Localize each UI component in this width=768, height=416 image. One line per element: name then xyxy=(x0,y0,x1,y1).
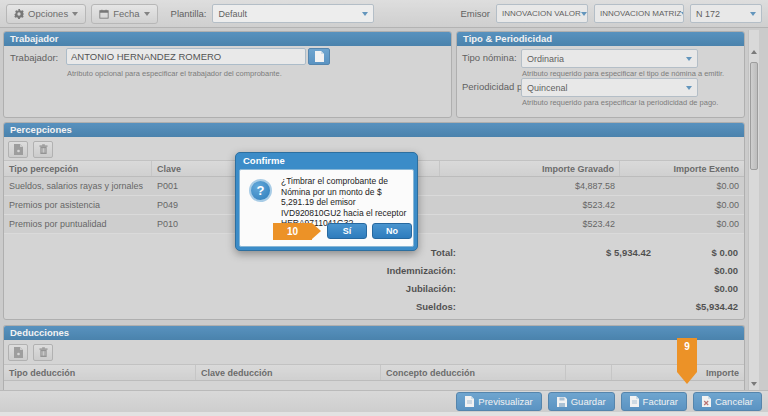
document-icon xyxy=(315,51,324,62)
chevron-down-icon xyxy=(681,12,684,16)
gear-icon xyxy=(14,9,24,19)
footer-toolbar: Previsualizar Guardar Facturar Cancelar xyxy=(0,390,768,412)
jubilacion-label: Jubilación: xyxy=(4,283,456,294)
indemnizacion-label: Indemnización: xyxy=(4,265,456,276)
document-icon xyxy=(14,347,23,358)
trash-icon xyxy=(39,347,48,358)
col-importe-exento[interactable]: Importe Exento xyxy=(620,161,744,176)
cell-clave: P049 xyxy=(152,200,242,210)
chevron-down-icon xyxy=(72,12,78,16)
question-icon: ? xyxy=(249,179,272,202)
sucursal-value: INNOVACION MATRIZ xyxy=(600,9,681,18)
chevron-down-icon xyxy=(144,12,150,16)
cell-clave: P010 xyxy=(152,219,242,229)
percepciones-title: Percepciones xyxy=(4,123,744,137)
cell-gravado: $523.42 xyxy=(440,200,620,210)
guardar-button[interactable]: Guardar xyxy=(548,392,615,411)
scroll-down-icon[interactable] xyxy=(751,382,757,386)
total-exento: $ 0.00 xyxy=(651,247,744,258)
sueldos-label: Sueldos: xyxy=(4,301,456,312)
sueldos-row: Sueldos: $5,934.42 xyxy=(4,297,744,315)
indemnizacion-row: Indemnización: $0.00 xyxy=(4,261,744,279)
cancelar-button[interactable]: Cancelar xyxy=(693,392,762,411)
scroll-up-icon[interactable] xyxy=(751,50,757,54)
cell-tipo: Sueldos, salarios rayas y jornales xyxy=(4,181,152,191)
previsualizar-button[interactable]: Previsualizar xyxy=(456,392,541,411)
chevron-down-icon xyxy=(750,12,756,16)
calendar-icon xyxy=(99,9,109,19)
cell-clave: P001 xyxy=(152,181,242,191)
col-empty[interactable] xyxy=(566,365,612,380)
dialog-message: ¿Timbrar el comprobante de Nómina por un… xyxy=(281,176,408,229)
scrollbar-thumb[interactable] xyxy=(750,62,758,170)
dialog-title: Confirme xyxy=(239,153,414,169)
step-9-annotation-arrow: 9 xyxy=(677,338,697,372)
emisor-label: Emisor xyxy=(460,8,490,19)
top-toolbar: Opciones Fecha Plantilla: Default Emisor… xyxy=(0,0,768,28)
vertical-scrollbar[interactable] xyxy=(748,30,759,390)
plantilla-value: Default xyxy=(218,9,247,19)
tipo-periodicidad-title: Tipo & Periodicidad xyxy=(457,32,744,46)
serie-select[interactable]: N 172 xyxy=(690,4,762,23)
trabajador-field-label: Trabajador: xyxy=(10,52,58,63)
fecha-label: Fecha xyxy=(113,8,139,19)
plantilla-select[interactable]: Default xyxy=(212,4,374,23)
chevron-down-icon xyxy=(686,57,692,61)
serie-value: N 172 xyxy=(696,9,720,19)
cell-gravado: $523.42 xyxy=(440,219,620,229)
sueldos-valor: $5,934.42 xyxy=(651,301,744,312)
tipo-nomina-helper: Atributo requerido para especificar el t… xyxy=(522,69,724,78)
cell-tipo: Premios por asistencia xyxy=(4,200,152,210)
cell-exento: $0.00 xyxy=(620,181,744,191)
save-icon xyxy=(557,397,567,407)
opciones-button[interactable]: Opciones xyxy=(6,4,86,24)
col-concepto-deduccion[interactable]: Concepto deducción xyxy=(381,365,566,380)
periodicidad-select[interactable]: Quincenal xyxy=(521,78,698,97)
cell-exento: $0.00 xyxy=(620,219,744,229)
trabajador-panel-title: Trabajador xyxy=(4,32,451,46)
step-10-annotation-arrow: 10 xyxy=(273,223,312,240)
fecha-button[interactable]: Fecha xyxy=(91,4,157,24)
deducciones-panel: Deducciones Tipo deducción Clave deducci… xyxy=(3,325,745,390)
deducciones-table-header: Tipo deducción Clave deducción Concepto … xyxy=(4,364,744,381)
col-clave[interactable]: Clave xyxy=(152,161,242,176)
indemnizacion-valor: $0.00 xyxy=(651,265,744,276)
chevron-down-icon xyxy=(686,86,692,90)
chevron-down-icon xyxy=(362,12,368,16)
delete-deduccion-button[interactable] xyxy=(33,344,53,361)
cell-gravado: $4,887.58 xyxy=(440,181,620,191)
trabajador-picker-button[interactable] xyxy=(308,48,330,65)
cell-tipo: Premios por puntualidad xyxy=(4,219,152,229)
confirm-dialog: Confirme ? ¿Timbrar el comprobante de Nó… xyxy=(235,152,418,251)
close-icon xyxy=(702,396,711,407)
emisor-select[interactable]: INNOVACION VALOR xyxy=(496,4,588,23)
delete-percepcion-button[interactable] xyxy=(33,141,53,158)
previsualizar-label: Previsualizar xyxy=(478,396,532,407)
facturar-button[interactable]: Facturar xyxy=(621,392,687,411)
cell-exento: $0.00 xyxy=(620,200,744,210)
document-icon xyxy=(14,144,23,155)
col-tipo-deduccion[interactable]: Tipo deducción xyxy=(4,365,196,380)
sucursal-select[interactable]: INNOVACION MATRIZ xyxy=(594,4,684,23)
yes-button[interactable]: Sí xyxy=(327,223,367,239)
total-gravado: $ 5,934.42 xyxy=(456,247,651,258)
add-deduccion-button[interactable] xyxy=(8,344,28,361)
col-tipo-percepcion[interactable]: Tipo percepción xyxy=(4,161,152,176)
guardar-label: Guardar xyxy=(571,396,606,407)
trabajador-input[interactable] xyxy=(66,48,306,65)
invoice-icon xyxy=(630,396,639,407)
tipo-nomina-select[interactable]: Ordinaria xyxy=(521,49,698,68)
tipo-periodicidad-panel: Tipo & Periodicidad Tipo nómina: Ordinar… xyxy=(456,31,745,118)
chevron-down-icon xyxy=(581,12,587,16)
add-percepcion-button[interactable] xyxy=(8,141,28,158)
preview-icon xyxy=(465,396,474,407)
col-importe-gravado[interactable]: Importe Gravado xyxy=(440,161,620,176)
emisor-value: INNOVACION VALOR xyxy=(502,9,581,18)
jubilacion-valor: $0.00 xyxy=(651,283,744,294)
trabajador-panel: Trabajador Trabajador: Atributo opcional… xyxy=(3,31,452,118)
no-button[interactable]: No xyxy=(372,223,412,239)
periodicidad-helper: Atributo requerido para especificar la p… xyxy=(522,98,718,107)
window-bottom-edge xyxy=(0,412,768,416)
plantilla-label: Plantilla: xyxy=(171,8,207,19)
col-clave-deduccion[interactable]: Clave deducción xyxy=(196,365,381,380)
